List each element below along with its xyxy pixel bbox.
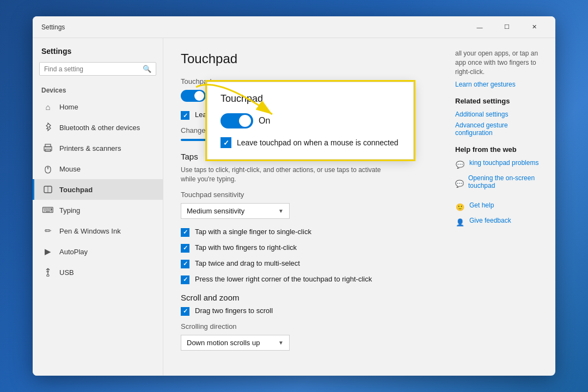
feedback-item: 👤 Give feedback bbox=[455, 217, 547, 228]
window-title: Settings bbox=[41, 23, 467, 31]
help-title: Help from the web bbox=[455, 145, 547, 154]
feedback-link[interactable]: Give feedback bbox=[469, 217, 511, 224]
sensitivity-label: Touchpad sensitivity bbox=[181, 191, 429, 199]
leave-touchpad-checkbox[interactable] bbox=[181, 111, 189, 120]
autoplay-icon: ▶ bbox=[43, 247, 53, 256]
drag-two-fingers-checkbox[interactable] bbox=[181, 307, 189, 316]
window-controls: — ☐ ✕ bbox=[467, 19, 547, 36]
sidebar-label-home: Home bbox=[59, 103, 78, 111]
tap-single-checkbox[interactable] bbox=[181, 228, 189, 237]
gestures-text: all your open apps, or tap an app once w… bbox=[455, 49, 547, 76]
search-input[interactable] bbox=[44, 65, 143, 73]
sidebar-item-home[interactable]: ⌂ Home bbox=[33, 96, 163, 117]
help-item-2: 💬 Opening the on-screen touchpad bbox=[455, 174, 547, 193]
tap-two-right-checkbox-item: Tap with two fingers to right-click bbox=[181, 243, 429, 253]
tap-two-right-label: Tap with two fingers to right-click bbox=[195, 243, 297, 252]
toggle-thumb bbox=[194, 91, 204, 101]
sidebar-label-printers: Printers & scanners bbox=[59, 144, 121, 152]
right-panel: all your open apps, or tap an app once w… bbox=[446, 38, 555, 376]
sidebar-label-bluetooth: Bluetooth & other devices bbox=[59, 124, 140, 132]
related-settings-title: Related settings bbox=[455, 97, 547, 105]
settings-window: Settings — ☐ ✕ Settings 🔍 Devices ⌂ H bbox=[33, 16, 555, 376]
sidebar-label-touchpad: Touchpad bbox=[59, 186, 93, 194]
sidebar-label-autoplay: AutoPlay bbox=[59, 248, 88, 256]
usb-icon bbox=[43, 267, 53, 277]
scrolling-direction-arrow: ▼ bbox=[278, 340, 284, 346]
get-help-link[interactable]: Get help bbox=[469, 201, 494, 209]
minimize-button[interactable]: — bbox=[467, 19, 492, 36]
tap-single-checkbox-item: Tap with a single finger to single-click bbox=[181, 228, 429, 237]
sensitivity-dropdown[interactable]: Medium sensitivity ▼ bbox=[181, 203, 290, 219]
tap-lower-right-checkbox[interactable] bbox=[181, 275, 189, 284]
window-content: Settings 🔍 Devices ⌂ Home Bluetooth & ot… bbox=[33, 38, 555, 376]
home-icon: ⌂ bbox=[43, 102, 53, 112]
typing-icon: ⌨ bbox=[43, 205, 53, 215]
tooltip-checkbox[interactable] bbox=[220, 137, 231, 148]
help-link-1[interactable]: king touchpad problems bbox=[469, 159, 538, 167]
sidebar-item-touchpad[interactable]: Touchpad bbox=[33, 179, 163, 200]
large-toggle-container: On bbox=[220, 113, 400, 128]
touchpad-toggle[interactable] bbox=[181, 90, 206, 102]
scroll-zoom-heading: Scroll and zoom bbox=[181, 293, 429, 302]
feedback-icon: 👤 bbox=[455, 217, 465, 227]
mouse-icon bbox=[43, 164, 53, 174]
main-content: Touchpad Touchpad On Leave touchpad on w… bbox=[163, 38, 446, 376]
additional-settings-link[interactable]: Additional settings bbox=[455, 111, 547, 118]
drag-two-fingers-checkbox-item: Drag two fingers to scroll bbox=[181, 307, 429, 316]
help-icon-1: 💬 bbox=[455, 160, 465, 169]
scrolling-direction-label: Scrolling direction bbox=[181, 322, 429, 330]
sidebar-item-printers[interactable]: Printers & scanners bbox=[33, 138, 163, 158]
sidebar-item-bluetooth[interactable]: Bluetooth & other devices bbox=[33, 117, 163, 138]
sidebar-item-mouse[interactable]: Mouse bbox=[33, 158, 163, 179]
search-box[interactable]: 🔍 bbox=[39, 62, 156, 76]
tap-lower-right-checkbox-item: Press the lower right corner of the touc… bbox=[181, 275, 429, 284]
large-toggle[interactable] bbox=[220, 113, 253, 128]
sidebar-label-typing: Typing bbox=[59, 206, 80, 215]
printer-icon bbox=[43, 143, 53, 153]
help-section: Help from the web 💬 king touchpad proble… bbox=[455, 145, 547, 193]
help-icon-2: 💬 bbox=[455, 179, 464, 188]
sidebar-item-pen[interactable]: ✏ Pen & Windows Ink bbox=[33, 220, 163, 241]
sensitivity-value: Medium sensitivity bbox=[187, 207, 274, 215]
sidebar-item-usb[interactable]: USB bbox=[33, 262, 163, 283]
close-button[interactable]: ✕ bbox=[522, 19, 547, 36]
tooltip-overlay: Touchpad On Leave touchpad on when a mou… bbox=[207, 82, 414, 160]
svg-point-12 bbox=[47, 274, 49, 277]
help-item-1: 💬 king touchpad problems bbox=[455, 159, 547, 170]
advanced-gesture-link[interactable]: Advanced gesture configuration bbox=[455, 121, 547, 137]
tooltip-title: Touchpad bbox=[220, 93, 400, 105]
title-bar: Settings — ☐ ✕ bbox=[33, 16, 555, 38]
sidebar-item-typing[interactable]: ⌨ Typing bbox=[33, 200, 163, 220]
maximize-button[interactable]: ☐ bbox=[494, 19, 519, 36]
feedback-section: 🙂 Get help 👤 Give feedback bbox=[455, 201, 547, 228]
tap-twice-drag-label: Tap twice and drag to multi-select bbox=[195, 259, 300, 267]
main-panel: Touchpad Touchpad On Leave touchpad on w… bbox=[163, 38, 555, 376]
sidebar: Settings 🔍 Devices ⌂ Home Bluetooth & ot… bbox=[33, 38, 163, 376]
help-link-2[interactable]: Opening the on-screen touchpad bbox=[468, 174, 547, 189]
tap-twice-drag-checkbox-item: Tap twice and drag to multi-select bbox=[181, 259, 429, 268]
tooltip-checkbox-row: Leave touchpad on when a mouse is connec… bbox=[220, 137, 400, 148]
tap-twice-drag-checkbox[interactable] bbox=[181, 260, 189, 268]
devices-label: Devices bbox=[33, 82, 163, 96]
taps-description: Use taps to click, right-click, and othe… bbox=[181, 166, 388, 184]
tap-lower-right-label: Press the lower right corner of the touc… bbox=[195, 275, 372, 283]
sensitivity-dropdown-arrow: ▼ bbox=[278, 208, 284, 214]
learn-gestures-link[interactable]: Learn other gestures bbox=[455, 81, 547, 88]
sidebar-title: Settings bbox=[33, 42, 163, 62]
sidebar-item-autoplay[interactable]: ▶ AutoPlay bbox=[33, 241, 163, 262]
get-help-icon: 🙂 bbox=[455, 202, 465, 212]
get-help-item: 🙂 Get help bbox=[455, 201, 547, 212]
sidebar-label-mouse: Mouse bbox=[59, 165, 81, 173]
tap-single-label: Tap with a single finger to single-click bbox=[195, 228, 311, 236]
scrolling-direction-dropdown[interactable]: Down motion scrolls up ▼ bbox=[181, 335, 290, 351]
tooltip-checkbox-label: Leave touchpad on when a mouse is connec… bbox=[237, 138, 399, 147]
search-icon: 🔍 bbox=[143, 65, 151, 73]
scrolling-direction-value: Down motion scrolls up bbox=[187, 339, 274, 347]
drag-two-fingers-label: Drag two fingers to scroll bbox=[195, 307, 273, 315]
desktop: Settings — ☐ ✕ Settings 🔍 Devices ⌂ H bbox=[0, 0, 588, 392]
sidebar-label-usb: USB bbox=[59, 268, 74, 277]
tap-two-right-checkbox[interactable] bbox=[181, 244, 189, 253]
large-toggle-thumb bbox=[239, 115, 251, 127]
svg-point-5 bbox=[47, 167, 48, 168]
sidebar-label-pen: Pen & Windows Ink bbox=[59, 227, 121, 235]
